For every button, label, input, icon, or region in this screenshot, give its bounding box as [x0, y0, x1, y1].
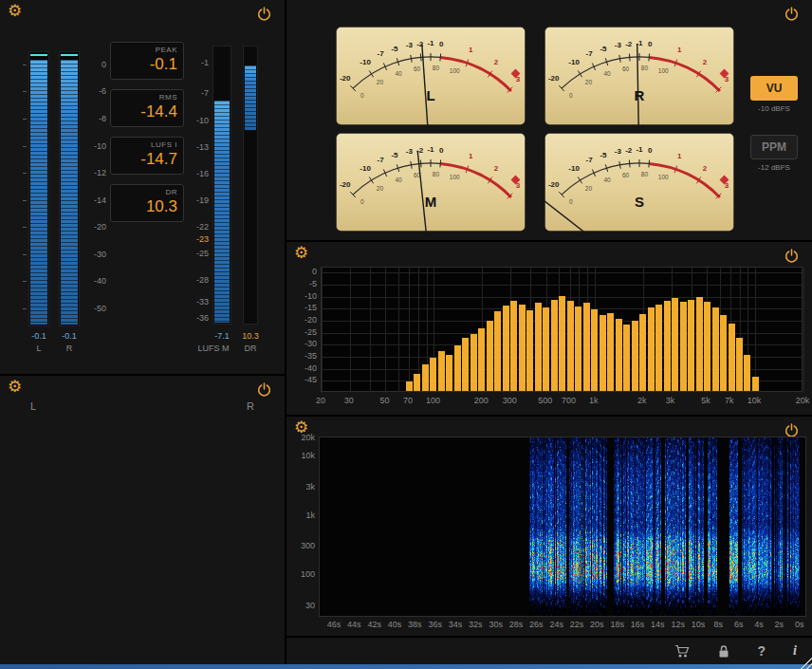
spectrogram-x-tick-label: 2s	[775, 620, 784, 629]
svg-text:M: M	[425, 194, 437, 210]
power-icon[interactable]	[784, 249, 799, 263]
meter-scale-label: -30	[94, 250, 106, 259]
left-channel-value: -0.1	[28, 331, 49, 341]
svg-text:40: 40	[603, 177, 611, 183]
lufs-scale-label: -36	[196, 313, 209, 323]
spectrum-x-tick-label: 20k	[796, 396, 810, 405]
svg-text:-3: -3	[615, 41, 622, 49]
spectrogram-x-tick-label: 8s	[714, 620, 724, 629]
svg-text:0: 0	[360, 92, 364, 99]
spectrogram-y-tick-label: 3k	[288, 482, 315, 492]
lufs-scale-label: -13	[196, 142, 209, 152]
spectrogram-y-tick-label: 100	[288, 569, 315, 579]
svg-text:60: 60	[622, 65, 630, 72]
spectrum-bar	[712, 307, 719, 391]
info-icon[interactable]: i	[793, 643, 797, 659]
svg-text:0: 0	[648, 40, 653, 48]
dr-value: 10.3	[237, 331, 264, 341]
spectrum-bar	[607, 313, 614, 392]
spectrogram-x-tick-label: 34s	[449, 620, 463, 629]
spectrum-x-tick-label: 300	[503, 396, 517, 405]
spectrum-x-tick-label: 3k	[666, 396, 675, 405]
spectrum-bar	[535, 303, 542, 391]
spectrogram-x-tick-label: 26s	[529, 620, 544, 629]
spectrum-bar	[632, 321, 638, 391]
spectrum-y-tick-label: -25	[290, 327, 317, 337]
spectrum-bar	[414, 374, 420, 391]
spectrum-bar	[623, 325, 630, 391]
spectrogram-x-tick-label: 16s	[631, 620, 645, 629]
spectrum-bar	[446, 355, 452, 391]
lufs-readout-label: LUFS I	[111, 140, 177, 149]
level-meter-scale: 0-6-8-10-12-14-20-30-40-50	[83, 51, 106, 326]
power-icon[interactable]	[784, 423, 799, 437]
lufs-scale-label: -7	[201, 88, 209, 98]
dr-label: DR	[237, 344, 264, 353]
spectrum-bar	[648, 307, 655, 391]
svg-text:80: 80	[433, 171, 440, 177]
svg-text:-5: -5	[600, 45, 607, 53]
svg-text:-5: -5	[391, 45, 398, 53]
vu-meter-right: -20-10-7-5-3-2-10123020406080100R	[544, 27, 734, 125]
h-gridline	[322, 272, 803, 273]
settings-gear-icon[interactable]: ⚙	[294, 245, 308, 261]
meter-scale-label: -12	[94, 168, 106, 177]
spectrogram-display	[320, 437, 805, 616]
peak-hold-marker	[61, 54, 78, 56]
lufs-readout-value: -14.7	[111, 150, 177, 169]
spectrum-bar	[664, 301, 671, 391]
spectrum-bar	[519, 305, 526, 391]
svg-text:100: 100	[658, 174, 669, 180]
rms-readout-label: RMS	[111, 93, 177, 102]
spectrogram-x-tick-label: 42s	[367, 620, 381, 629]
svg-text:80: 80	[433, 65, 440, 71]
lock-icon[interactable]	[717, 644, 730, 659]
spectrum-bar	[752, 377, 759, 391]
ppm-mode-button[interactable]: PPM	[750, 135, 798, 159]
spectrum-x-tick-label: 100	[426, 396, 440, 405]
spectrum-x-tick-label: 700	[562, 396, 576, 405]
dr-readout-value: 10.3	[111, 197, 177, 216]
power-icon[interactable]	[784, 7, 799, 21]
spectrum-y-tick-label: -30	[290, 339, 317, 348]
vu-mode-sublabel: -10 dBFS	[750, 104, 798, 113]
lufs-scale-label: -33	[196, 297, 209, 307]
lufs-scale-label: -19	[196, 195, 209, 205]
spectrum-bar	[680, 302, 687, 391]
spectrum-bar	[704, 302, 710, 391]
vu-mode-button[interactable]: VU	[750, 76, 798, 101]
meter-scale-label: -20	[94, 222, 106, 232]
svg-text:1: 1	[469, 46, 473, 54]
spectrum-x-tick-label: 50	[379, 396, 389, 405]
spectrum-bar	[494, 311, 501, 391]
spectrum-x-tick-label: 500	[538, 396, 552, 405]
meter-scale-label: -8	[99, 114, 106, 123]
spectrogram-x-tick-label: 32s	[469, 620, 483, 629]
settings-gear-icon[interactable]: ⚙	[8, 379, 22, 395]
spectrogram-x-tick-label: 18s	[610, 620, 624, 629]
power-icon[interactable]	[257, 7, 271, 21]
lufs-scale-label: -28	[196, 275, 209, 285]
lufs-m-value: -7.1	[205, 331, 239, 341]
spectrum-bar	[655, 305, 662, 391]
spectrum-bar	[454, 345, 461, 391]
svg-text:-10: -10	[568, 58, 580, 66]
svg-text:0: 0	[569, 198, 573, 205]
spectrum-x-tick-label: 10k	[747, 396, 762, 405]
help-icon[interactable]: ?	[758, 643, 766, 659]
meter-scale-label: -14	[94, 195, 106, 205]
cart-icon[interactable]	[674, 644, 690, 659]
peak-hold-marker	[30, 54, 47, 56]
settings-gear-icon[interactable]: ⚙	[8, 3, 22, 19]
svg-text:0: 0	[569, 92, 573, 99]
svg-text:40: 40	[395, 177, 402, 183]
spectrum-bar	[510, 301, 517, 391]
spectrum-x-tick-label: 200	[474, 396, 489, 405]
spectrum-bar	[600, 315, 606, 391]
v-gridline	[755, 268, 756, 393]
spectrum-bar	[503, 306, 509, 391]
power-icon[interactable]	[257, 382, 271, 397]
svg-text:1: 1	[677, 46, 682, 54]
spectrum-y-tick-label: 0	[290, 267, 317, 276]
svg-text:0: 0	[648, 146, 653, 155]
